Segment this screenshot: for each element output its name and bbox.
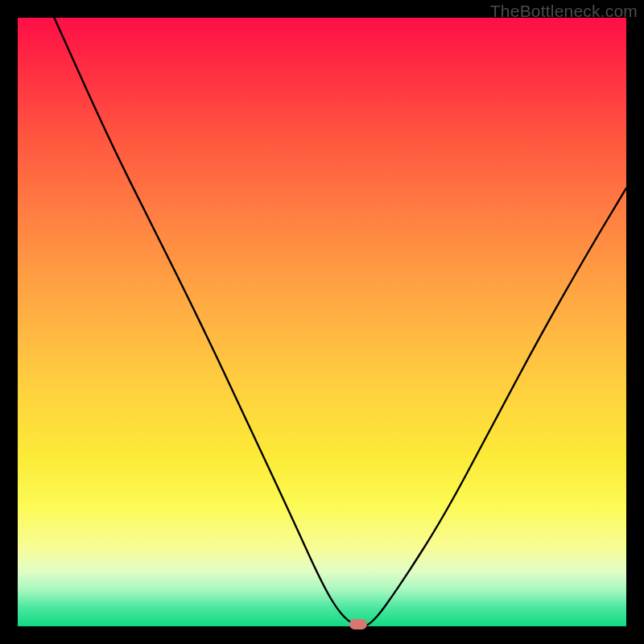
plot-area [18,18,626,626]
chart-frame: TheBottleneck.com [0,0,644,644]
optimal-marker [349,619,367,630]
bottleneck-curve [18,18,626,626]
watermark-text: TheBottleneck.com [490,2,638,21]
